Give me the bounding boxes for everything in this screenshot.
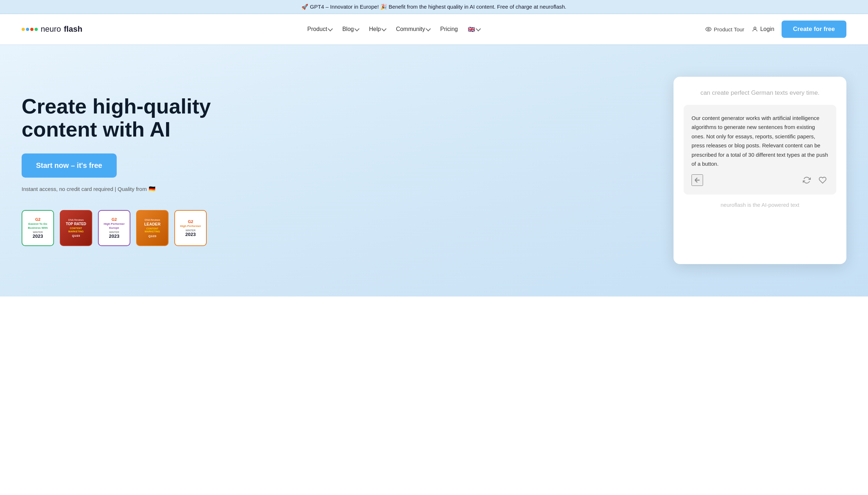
nav-item-community[interactable]: Community	[396, 26, 430, 32]
nav-item-product[interactable]: Product	[307, 26, 332, 32]
nav-item-blog[interactable]: Blog	[342, 26, 359, 32]
navbar: neuroflash Product Blog Help Community P…	[0, 14, 868, 44]
chat-like-button[interactable]	[817, 174, 828, 186]
hero-right: can create perfect German texts every ti…	[238, 77, 846, 264]
logo-dot-red	[30, 28, 33, 31]
hero-cta-button[interactable]: Start now – it's free	[22, 153, 117, 178]
logo-text-suffix: flash	[64, 24, 82, 34]
chat-actions	[692, 174, 828, 186]
top-banner: 🚀 GPT4 – Innovator in Europe! 🎉 Benefit …	[0, 0, 868, 14]
chat-card: can create perfect German texts every ti…	[674, 77, 846, 264]
svg-point-2	[754, 27, 756, 29]
login-link[interactable]: Login	[752, 26, 774, 32]
chat-content-box: Our content generator works with artific…	[684, 105, 836, 195]
chat-content-text: Our content generator works with artific…	[692, 113, 828, 169]
g2-logo: G2	[188, 219, 193, 224]
badge-easiest-to-do-business: G2 Easiest To DoBusiness With WINTER 202…	[22, 210, 54, 246]
chevron-down-icon	[328, 26, 333, 31]
banner-text: 🚀 GPT4 – Innovator in Europe! 🎉 Benefit …	[301, 4, 566, 10]
hero-subtext: Instant access, no credit card required …	[22, 186, 238, 192]
refresh-icon	[803, 176, 811, 184]
svg-point-1	[708, 28, 710, 30]
nav-right: Product Tour Login Create for free	[705, 21, 846, 38]
chat-refresh-button[interactable]	[801, 174, 813, 186]
logo-dot-yellow	[22, 28, 25, 31]
nav-logo[interactable]: neuroflash	[22, 24, 82, 34]
chat-icons-right	[801, 174, 828, 186]
chevron-down-icon	[426, 26, 431, 31]
nav-item-pricing[interactable]: Pricing	[440, 26, 458, 32]
heart-icon	[819, 176, 827, 184]
user-icon	[752, 26, 758, 32]
badge-top-rated: DNA Reviews TOP RATED CONTENTMARKETING Q…	[60, 210, 92, 246]
arrow-left-icon	[693, 176, 701, 184]
eye-icon	[705, 26, 712, 32]
hero-section: Create high-quality content with AI Star…	[0, 44, 868, 296]
logo-dot-blue	[26, 28, 29, 31]
german-flag: 🇩🇪	[149, 186, 156, 192]
create-for-free-button[interactable]: Create for free	[782, 21, 846, 38]
hero-left: Create high-quality content with AI Star…	[22, 95, 238, 246]
hero-title: Create high-quality content with AI	[22, 95, 238, 141]
badges-row: G2 Easiest To DoBusiness With WINTER 202…	[22, 210, 238, 246]
chevron-down-icon	[381, 26, 386, 31]
logo-dot-green	[35, 28, 38, 31]
chat-bottom-text: neuroflash is the AI-powered text	[684, 202, 836, 208]
nav-item-language[interactable]: 🇬🇧	[468, 26, 480, 33]
chevron-down-icon	[354, 26, 359, 31]
chat-prev-button[interactable]	[692, 174, 703, 186]
logo-text-prefix: neuro	[41, 24, 61, 34]
badge-leader: DNA Reviews LEADER CONTENTMARKETING Q1/2…	[136, 210, 169, 246]
nav-links: Product Blog Help Community Pricing 🇬🇧	[307, 26, 480, 33]
g2-logo: G2	[112, 217, 117, 222]
chevron-down-icon	[476, 26, 481, 31]
logo-icon	[22, 28, 38, 31]
product-tour-link[interactable]: Product Tour	[705, 26, 744, 32]
badge-high-performer: G2 High Performer WINTER 2023	[174, 210, 207, 246]
chat-fade-text: can create perfect German texts every ti…	[684, 88, 836, 98]
g2-logo: G2	[35, 217, 41, 222]
svg-point-0	[706, 27, 711, 31]
badge-high-performer-europe: G2 High PerformerEurope WINTER 2023	[98, 210, 130, 246]
nav-item-help[interactable]: Help	[369, 26, 386, 32]
